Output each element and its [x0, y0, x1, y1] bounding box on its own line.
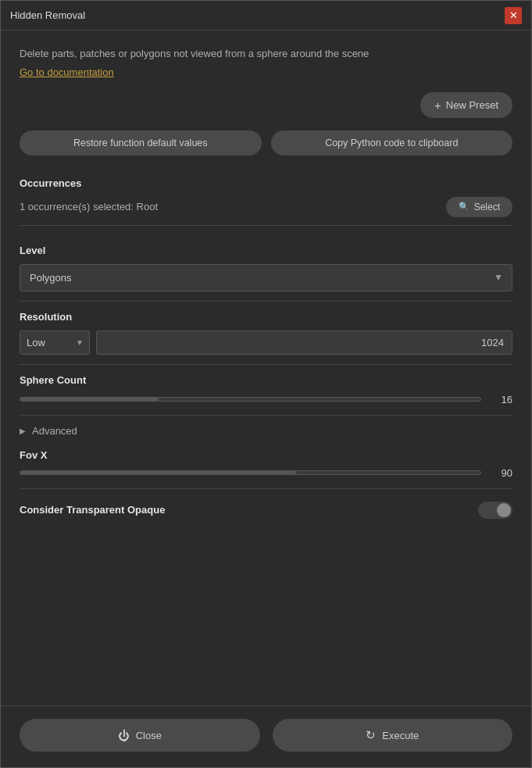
close-icon: ✕ [509, 9, 518, 21]
sphere-count-slider[interactable] [20, 397, 481, 402]
execute-label: Execute [382, 730, 419, 741]
advanced-chevron-icon: ▶ [20, 427, 26, 435]
occurrences-section: Occurrences 1 occurrence(s) selected: Ro… [20, 177, 512, 226]
plus-icon: + [434, 98, 441, 112]
power-icon: ⏻ [118, 729, 130, 742]
content-area: Delete parts, patches or polygons not vi… [1, 30, 531, 705]
toggle-knob [497, 503, 511, 517]
transparent-opaque-row: Consider Transparent Opaque [20, 489, 512, 528]
transparent-opaque-toggle[interactable] [478, 502, 512, 519]
fov-x-value: 90 [481, 467, 512, 479]
occurrences-row: 1 occurrence(s) selected: Root 🔍 Select [20, 197, 512, 226]
close-button[interactable]: ⏻ Close [20, 719, 260, 752]
execute-button[interactable]: ↻ Execute [273, 719, 513, 752]
resolution-section: Resolution Low Medium High ▼ 1024 [20, 302, 512, 365]
search-icon: 🔍 [459, 202, 470, 212]
transparent-opaque-label: Consider Transparent Opaque [20, 504, 165, 516]
window-title: Hidden Removal [10, 9, 85, 21]
footer: ⏻ Close ↻ Execute [1, 705, 531, 767]
resolution-value: 1024 [96, 330, 512, 355]
level-dropdown-container: Polygons Patches Parts ▼ [20, 264, 512, 291]
level-label: Level [20, 245, 512, 256]
fov-x-section: Fov X 90 [20, 443, 512, 489]
restore-defaults-button[interactable]: Restore function default values [20, 130, 262, 155]
sphere-count-section: Sphere Count 16 [20, 365, 512, 416]
sphere-count-value: 16 [481, 394, 512, 405]
level-dropdown[interactable]: Polygons Patches Parts [20, 264, 512, 291]
fov-x-label: Fov X [20, 449, 512, 461]
sphere-count-fill [20, 398, 159, 401]
fov-x-fill [20, 471, 296, 474]
resolution-label: Resolution [20, 311, 512, 323]
occurrences-label: Occurrences [20, 177, 512, 189]
title-bar: Hidden Removal ✕ [1, 1, 531, 30]
resolution-quality-dropdown[interactable]: Low Medium High [20, 330, 90, 355]
documentation-link[interactable]: Go to documentation [20, 66, 512, 78]
resolution-quality-wrap: Low Medium High ▼ [20, 330, 90, 355]
level-section: Level Polygons Patches Parts ▼ [20, 235, 512, 302]
fov-x-slider[interactable] [20, 470, 481, 475]
refresh-icon: ↻ [366, 728, 376, 742]
description-text: Delete parts, patches or polygons not vi… [20, 46, 512, 62]
sphere-count-label: Sphere Count [20, 374, 512, 386]
close-label: Close [136, 730, 162, 741]
main-window: Hidden Removal ✕ Delete parts, patches o… [0, 0, 532, 768]
advanced-toggle[interactable]: ▶ Advanced [20, 416, 512, 443]
occurrences-text: 1 occurrence(s) selected: Root [20, 201, 158, 213]
resolution-row: Low Medium High ▼ 1024 [20, 330, 512, 355]
sphere-count-row: 16 [20, 394, 512, 405]
window-close-button[interactable]: ✕ [505, 7, 522, 24]
new-preset-button[interactable]: + New Preset [420, 92, 512, 118]
fov-x-row: 90 [20, 467, 512, 479]
copy-python-button[interactable]: Copy Python code to clipboard [271, 130, 513, 155]
actions-row: Restore function default values Copy Pyt… [20, 130, 512, 155]
select-label: Select [474, 202, 500, 213]
new-preset-label: New Preset [446, 99, 498, 111]
select-button[interactable]: 🔍 Select [446, 197, 512, 217]
advanced-label: Advanced [32, 425, 77, 437]
preset-row: + New Preset [20, 92, 512, 118]
